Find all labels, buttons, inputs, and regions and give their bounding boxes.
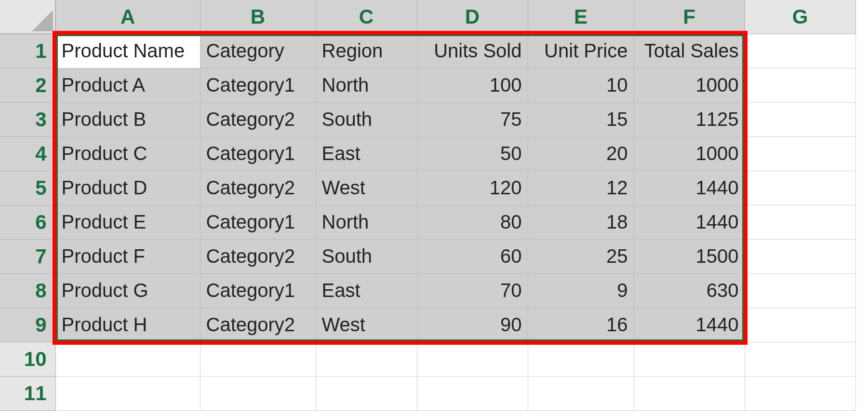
cell-B10[interactable] xyxy=(200,342,316,376)
row-header-11[interactable]: 11 xyxy=(0,376,55,410)
cell-E3[interactable]: 15 xyxy=(528,102,634,136)
cell-B6[interactable]: Category1 xyxy=(200,205,316,239)
cell-F11[interactable] xyxy=(634,376,745,410)
cell-G6[interactable] xyxy=(745,205,855,239)
cell-B5[interactable]: Category2 xyxy=(200,171,316,205)
cell-F9[interactable]: 1440 xyxy=(634,308,745,342)
col-header-g[interactable]: G xyxy=(745,0,855,34)
cell-C1[interactable]: Region xyxy=(316,34,417,68)
cell-D10[interactable] xyxy=(417,342,528,376)
cell-C10[interactable] xyxy=(316,342,417,376)
cell-E6[interactable]: 18 xyxy=(528,205,634,239)
cell-B9[interactable]: Category2 xyxy=(200,308,316,342)
row-header-2[interactable]: 2 xyxy=(0,68,55,102)
cell-D11[interactable] xyxy=(417,376,528,410)
cell-E5[interactable]: 12 xyxy=(528,171,634,205)
cell-G9[interactable] xyxy=(745,308,855,342)
cell-G11[interactable] xyxy=(745,376,855,410)
cell-D4[interactable]: 50 xyxy=(417,136,528,171)
cell-G7[interactable] xyxy=(745,239,855,273)
cell-D3[interactable]: 75 xyxy=(417,102,528,136)
cell-C8[interactable]: East xyxy=(316,273,417,308)
cell-C4[interactable]: East xyxy=(316,136,417,171)
cell-A10[interactable] xyxy=(55,342,200,376)
col-header-c[interactable]: C xyxy=(316,0,417,34)
row-header-4[interactable]: 4 xyxy=(0,136,55,171)
cell-A5[interactable]: Product D xyxy=(55,171,200,205)
row-header-9[interactable]: 9 xyxy=(0,308,55,342)
cell-E11[interactable] xyxy=(528,376,634,410)
cell-E4[interactable]: 20 xyxy=(528,136,634,171)
cell-A7[interactable]: Product F xyxy=(55,239,200,273)
cell-E8[interactable]: 9 xyxy=(528,273,634,308)
cell-C11[interactable] xyxy=(316,376,417,410)
cell-G4[interactable] xyxy=(745,136,855,171)
row-header-8[interactable]: 8 xyxy=(0,273,55,308)
cell-B3[interactable]: Category2 xyxy=(200,102,316,136)
cell-B4[interactable]: Category1 xyxy=(200,136,316,171)
cell-E10[interactable] xyxy=(528,342,634,376)
cell-D7[interactable]: 60 xyxy=(417,239,528,273)
cell-D8[interactable]: 70 xyxy=(417,273,528,308)
cell-F3[interactable]: 1125 xyxy=(634,102,745,136)
cell-C9[interactable]: West xyxy=(316,308,417,342)
cell-C3[interactable]: South xyxy=(316,102,417,136)
cell-F1[interactable]: Total Sales xyxy=(634,34,745,68)
cell-G3[interactable] xyxy=(745,102,855,136)
cell-F2[interactable]: 1000 xyxy=(634,68,745,102)
col-header-b[interactable]: B xyxy=(200,0,316,34)
row-header-10[interactable]: 10 xyxy=(0,342,55,376)
cell-E7[interactable]: 25 xyxy=(528,239,634,273)
grid-row: 1Product NameCategoryRegionUnits SoldUni… xyxy=(0,34,855,68)
cell-A2[interactable]: Product A xyxy=(55,68,200,102)
cell-B8[interactable]: Category1 xyxy=(200,273,316,308)
row-header-3[interactable]: 3 xyxy=(0,102,55,136)
cell-D9[interactable]: 90 xyxy=(417,308,528,342)
grid-table[interactable]: A B C D E F G 1Product NameCategoryRegio… xyxy=(0,0,856,411)
row-header-1[interactable]: 1 xyxy=(0,34,55,68)
col-header-a[interactable]: A xyxy=(55,0,200,34)
spreadsheet-grid[interactable]: A B C D E F G 1Product NameCategoryRegio… xyxy=(0,0,856,411)
cell-D1[interactable]: Units Sold xyxy=(417,34,528,68)
cell-F4[interactable]: 1000 xyxy=(634,136,745,171)
cell-A3[interactable]: Product B xyxy=(55,102,200,136)
cell-G10[interactable] xyxy=(745,342,855,376)
grid-row: 9Product HCategory2West90161440 xyxy=(0,308,855,342)
cell-A4[interactable]: Product C xyxy=(55,136,200,171)
cell-G1[interactable] xyxy=(745,34,855,68)
cell-B2[interactable]: Category1 xyxy=(200,68,316,102)
cell-A1[interactable]: Product Name xyxy=(55,34,200,68)
cell-A11[interactable] xyxy=(55,376,200,410)
cell-F10[interactable] xyxy=(634,342,745,376)
cell-A9[interactable]: Product H xyxy=(55,308,200,342)
cell-F5[interactable]: 1440 xyxy=(634,171,745,205)
cell-C5[interactable]: West xyxy=(316,171,417,205)
cell-F8[interactable]: 630 xyxy=(634,273,745,308)
cell-G2[interactable] xyxy=(745,68,855,102)
cell-E2[interactable]: 10 xyxy=(528,68,634,102)
cell-G5[interactable] xyxy=(745,171,855,205)
cell-B11[interactable] xyxy=(200,376,316,410)
row-header-7[interactable]: 7 xyxy=(0,239,55,273)
cell-G8[interactable] xyxy=(745,273,855,308)
col-header-d[interactable]: D xyxy=(417,0,528,34)
row-header-5[interactable]: 5 xyxy=(0,171,55,205)
col-header-f[interactable]: F xyxy=(634,0,745,34)
cell-D2[interactable]: 100 xyxy=(417,68,528,102)
cell-C2[interactable]: North xyxy=(316,68,417,102)
cell-A6[interactable]: Product E xyxy=(55,205,200,239)
cell-C7[interactable]: South xyxy=(316,239,417,273)
row-header-6[interactable]: 6 xyxy=(0,205,55,239)
select-all-corner[interactable] xyxy=(0,0,55,34)
cell-B7[interactable]: Category2 xyxy=(200,239,316,273)
cell-B1[interactable]: Category xyxy=(200,34,316,68)
cell-A8[interactable]: Product G xyxy=(55,273,200,308)
cell-E9[interactable]: 16 xyxy=(528,308,634,342)
col-header-e[interactable]: E xyxy=(528,0,634,34)
cell-E1[interactable]: Unit Price xyxy=(528,34,634,68)
cell-D5[interactable]: 120 xyxy=(417,171,528,205)
cell-D6[interactable]: 80 xyxy=(417,205,528,239)
cell-F7[interactable]: 1500 xyxy=(634,239,745,273)
cell-F6[interactable]: 1440 xyxy=(634,205,745,239)
cell-C6[interactable]: North xyxy=(316,205,417,239)
